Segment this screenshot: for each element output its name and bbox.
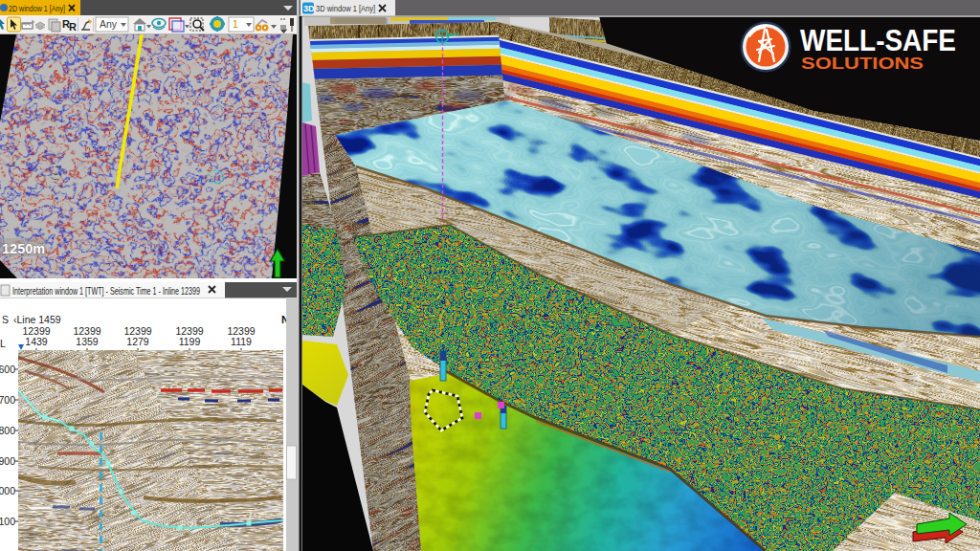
svg-text:WELL-SAFE: WELL-SAFE [800,24,956,57]
svg-text:1359: 1359 [76,336,99,347]
svg-text:800: 800 [0,425,15,436]
svg-text:600: 600 [0,364,15,375]
svg-text:700: 700 [0,394,15,406]
svg-text:100: 100 [0,516,15,527]
svg-text:2D window 1 [Any]: 2D window 1 [Any] [9,3,65,13]
svg-text:R: R [69,21,77,33]
svg-text:1279: 1279 [126,336,149,347]
svg-text:‹Line 1459: ‹Line 1459 [13,314,61,325]
svg-text:3D: 3D [303,4,315,13]
svg-text:3D window 1 [Any]: 3D window 1 [Any] [316,3,375,13]
svg-text:1119: 1119 [231,336,252,347]
svg-text:S: S [2,314,9,325]
svg-text:Interpretation window 1 [TWT]: Interpretation window 1 [TWT] - Seismic … [12,285,200,297]
svg-text:900: 900 [0,455,15,467]
svg-text:1439: 1439 [25,336,48,347]
svg-text:1199: 1199 [179,336,201,347]
svg-text:000: 000 [0,485,15,496]
svg-text:SOLUTIONS: SOLUTIONS [801,55,924,73]
svg-text:1250m: 1250m [2,241,45,256]
svg-text:Any: Any [100,18,118,30]
svg-text:L: L [0,338,6,349]
svg-text:1: 1 [233,18,238,30]
